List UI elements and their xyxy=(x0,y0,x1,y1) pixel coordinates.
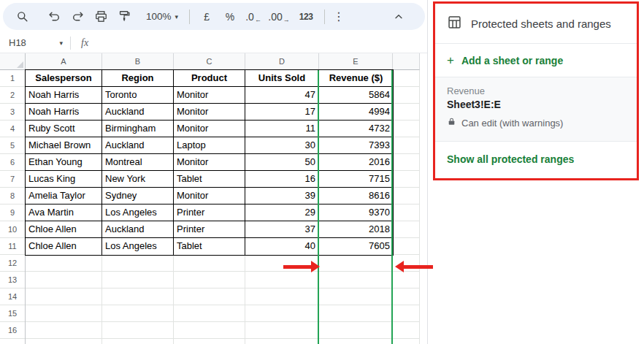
column-header-A[interactable]: A xyxy=(26,53,102,70)
table-header-cell[interactable]: Revenue ($) xyxy=(319,70,393,87)
table-cell[interactable]: New York xyxy=(102,171,174,188)
table-cell[interactable]: Amelia Taylor xyxy=(26,188,102,205)
row-header-12[interactable]: 12 xyxy=(0,255,25,272)
protected-range-left-border xyxy=(318,70,319,344)
table-cell[interactable]: 11 xyxy=(245,121,319,137)
table-cell[interactable]: Lucas King xyxy=(26,171,102,188)
table-cell[interactable]: Monitor xyxy=(174,104,245,121)
table-header-cell[interactable]: Region xyxy=(102,70,174,87)
table-cell[interactable]: 37 xyxy=(245,221,319,238)
row-header-13[interactable]: 13 xyxy=(0,272,25,288)
table-cell[interactable]: Toronto xyxy=(102,87,174,104)
row-header-7[interactable]: 7 xyxy=(0,171,25,188)
table-cell[interactable]: Auckland xyxy=(102,137,174,154)
zoom-menu[interactable]: 100% ▾ xyxy=(140,5,184,28)
table-header-cell[interactable]: Salesperson xyxy=(26,70,102,87)
table-cell[interactable]: Ruby Scott xyxy=(26,121,102,137)
currency-format-button[interactable]: £ xyxy=(195,5,218,28)
show-all-protected-ranges-link[interactable]: Show all protected ranges xyxy=(435,142,637,176)
table-cell[interactable]: Michael Brown xyxy=(26,137,102,154)
column-header-B[interactable]: B xyxy=(102,53,174,70)
row-header-16[interactable]: 16 xyxy=(0,322,25,339)
table-cell[interactable]: 4994 xyxy=(319,104,393,121)
table-cell[interactable]: Tablet xyxy=(174,171,245,188)
table-cell[interactable]: 17 xyxy=(245,104,319,121)
row-header-1[interactable]: 1 xyxy=(0,70,25,87)
table-cell[interactable]: 7605 xyxy=(319,238,393,255)
table-cell[interactable]: Monitor xyxy=(174,121,245,137)
table-cell[interactable]: Auckland xyxy=(102,221,174,238)
table-cell[interactable]: 40 xyxy=(245,238,319,255)
table-cell[interactable]: Birmingham xyxy=(102,121,174,137)
table-cell[interactable]: 2016 xyxy=(319,154,393,171)
table-cell[interactable]: Laptop xyxy=(174,137,245,154)
table-cell[interactable]: Los Angeles xyxy=(102,205,174,221)
row-header-15[interactable]: 15 xyxy=(0,305,25,322)
table-cell[interactable]: 5864 xyxy=(319,87,393,104)
number-format-button[interactable]: 123 xyxy=(293,5,319,28)
name-box[interactable]: H18 ▾ xyxy=(0,37,70,48)
column-header-D[interactable]: D xyxy=(245,53,319,70)
search-button[interactable] xyxy=(10,5,34,28)
table-cell[interactable]: Monitor xyxy=(174,188,245,205)
select-all-corner[interactable] xyxy=(0,53,26,70)
search-icon xyxy=(15,9,29,23)
column-header-E[interactable]: E xyxy=(319,53,393,70)
table-cell[interactable]: 7393 xyxy=(319,137,393,154)
increase-decimal-button[interactable]: .00→ xyxy=(265,5,293,28)
panel-header: Protected sheets and ranges xyxy=(435,4,637,44)
table-cell[interactable]: Sydney xyxy=(102,188,174,205)
protected-range-entry[interactable]: Revenue Sheet3!E:E Can edit (with warnin… xyxy=(435,77,637,142)
table-cell[interactable]: Monitor xyxy=(174,87,245,104)
table-cell[interactable]: 16 xyxy=(245,171,319,188)
add-sheet-or-range-button[interactable]: + Add a sheet or range xyxy=(435,44,637,77)
print-icon xyxy=(94,9,108,23)
redo-button[interactable] xyxy=(66,5,89,28)
cells-area[interactable]: SalespersonRegionProductUnits SoldRevenu… xyxy=(26,70,420,344)
row-header-3[interactable]: 3 xyxy=(0,104,25,121)
table-cell[interactable]: Printer xyxy=(174,221,245,238)
decrease-decimal-button[interactable]: .0← xyxy=(242,5,265,28)
table-cell[interactable]: Los Angeles xyxy=(102,238,174,255)
table-cell[interactable]: Printer xyxy=(174,205,245,221)
table-cell[interactable]: 30 xyxy=(245,137,319,154)
table-cell[interactable]: Chloe Allen xyxy=(26,238,102,255)
table-header-cell[interactable]: Product xyxy=(174,70,245,87)
table-cell[interactable]: Noah Harris xyxy=(26,87,102,104)
paint-format-button[interactable] xyxy=(112,5,136,28)
row-header-4[interactable]: 4 xyxy=(0,121,25,137)
row-header-14[interactable]: 14 xyxy=(0,288,25,305)
table-cell[interactable]: 4732 xyxy=(319,121,393,137)
table-cell[interactable]: Monitor xyxy=(174,154,245,171)
table-header-cell[interactable]: Units Sold xyxy=(245,70,319,87)
table-cell[interactable]: Ethan Young xyxy=(26,154,102,171)
table-cell[interactable]: 9370 xyxy=(319,205,393,221)
row-header-10[interactable]: 10 xyxy=(0,221,25,238)
column-header-C[interactable]: C xyxy=(174,53,245,70)
table-cell[interactable]: Noah Harris xyxy=(26,104,102,121)
table-cell[interactable]: 47 xyxy=(245,87,319,104)
table-cell[interactable]: 39 xyxy=(245,188,319,205)
more-options-button[interactable]: ⋮ xyxy=(330,5,348,28)
undo-button[interactable] xyxy=(42,5,66,28)
row-header-17[interactable]: 17 xyxy=(0,339,25,344)
table-cell[interactable]: Chloe Allen xyxy=(26,221,102,238)
row-header-8[interactable]: 8 xyxy=(0,188,25,205)
table-cell[interactable]: 7715 xyxy=(319,171,393,188)
print-button[interactable] xyxy=(89,5,112,28)
row-header-9[interactable]: 9 xyxy=(0,205,25,221)
table-cell[interactable]: 50 xyxy=(245,154,319,171)
table-cell[interactable]: 29 xyxy=(245,205,319,221)
table-cell[interactable]: Tablet xyxy=(174,238,245,255)
row-header-11[interactable]: 11 xyxy=(0,238,25,255)
collapse-toolbar-button[interactable] xyxy=(387,5,410,28)
table-cell[interactable]: Ava Martin xyxy=(26,205,102,221)
table-cell[interactable]: Auckland xyxy=(102,104,174,121)
table-cell[interactable]: 8616 xyxy=(319,188,393,205)
row-header-5[interactable]: 5 xyxy=(0,137,25,154)
table-cell[interactable]: 2018 xyxy=(319,221,393,238)
row-header-6[interactable]: 6 xyxy=(0,154,25,171)
percent-format-button[interactable]: % xyxy=(218,5,242,28)
table-cell[interactable]: Montreal xyxy=(102,154,174,171)
row-header-2[interactable]: 2 xyxy=(0,87,25,104)
